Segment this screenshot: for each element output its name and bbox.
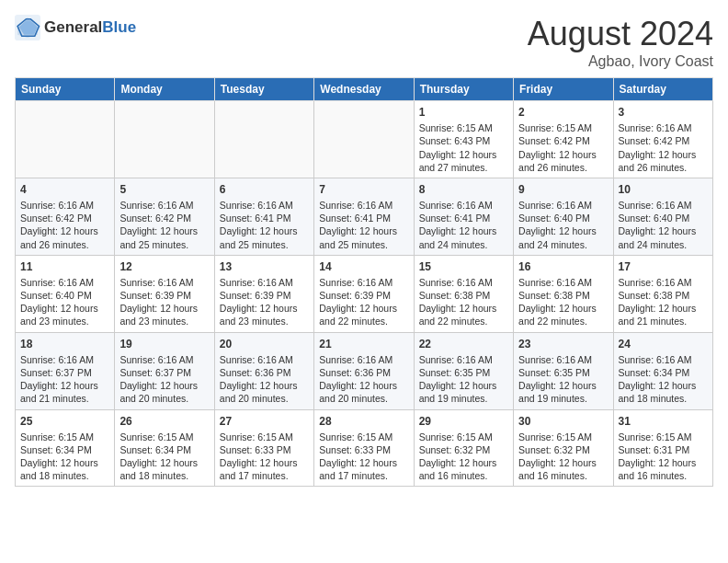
calendar-cell: 3Sunrise: 6:16 AM Sunset: 6:42 PM Daylig… [613,101,712,178]
day-info: Sunrise: 6:16 AM Sunset: 6:35 PM Dayligh… [518,353,608,406]
calendar-cell: 19Sunrise: 6:16 AM Sunset: 6:37 PM Dayli… [115,332,214,409]
calendar-cell: 4Sunrise: 6:16 AM Sunset: 6:42 PM Daylig… [16,178,115,255]
day-info: Sunrise: 6:16 AM Sunset: 6:34 PM Dayligh… [619,353,708,406]
calendar-cell: 16Sunrise: 6:16 AM Sunset: 6:38 PM Dayli… [514,255,613,332]
calendar-cell: 24Sunrise: 6:16 AM Sunset: 6:34 PM Dayli… [613,332,712,409]
day-info: Sunrise: 6:15 AM Sunset: 6:43 PM Dayligh… [419,121,508,174]
day-info: Sunrise: 6:16 AM Sunset: 6:37 PM Dayligh… [20,353,109,406]
day-info: Sunrise: 6:16 AM Sunset: 6:42 PM Dayligh… [20,199,109,251]
calendar-header-row: SundayMondayTuesdayWednesdayThursdayFrid… [16,78,713,101]
calendar-cell: 25Sunrise: 6:15 AM Sunset: 6:34 PM Dayli… [16,409,115,487]
calendar-cell: 8Sunrise: 6:16 AM Sunset: 6:41 PM Daylig… [414,178,513,255]
day-number: 15 [419,259,508,274]
day-number: 11 [20,259,109,274]
calendar-cell: 5Sunrise: 6:16 AM Sunset: 6:42 PM Daylig… [115,178,214,255]
day-number: 25 [20,414,109,429]
header-wednesday: Wednesday [314,78,414,101]
calendar-cell: 22Sunrise: 6:16 AM Sunset: 6:35 PM Dayli… [414,332,513,409]
calendar-subtitle: Agbao, Ivory Coast [528,53,713,70]
calendar-cell: 29Sunrise: 6:15 AM Sunset: 6:32 PM Dayli… [414,409,513,487]
day-number: 1 [419,105,508,120]
calendar-cell: 31Sunrise: 6:15 AM Sunset: 6:31 PM Dayli… [613,409,712,487]
page-header: GeneralBlue August 2024 Agbao, Ivory Coa… [15,15,713,70]
day-info: Sunrise: 6:15 AM Sunset: 6:32 PM Dayligh… [419,431,508,483]
calendar-week-row: 4Sunrise: 6:16 AM Sunset: 6:42 PM Daylig… [16,178,713,255]
calendar-cell: 10Sunrise: 6:16 AM Sunset: 6:40 PM Dayli… [613,178,712,255]
calendar-cell [16,101,115,178]
calendar-cell: 27Sunrise: 6:15 AM Sunset: 6:33 PM Dayli… [214,409,313,487]
day-info: Sunrise: 6:16 AM Sunset: 6:41 PM Dayligh… [220,199,309,251]
day-number: 14 [319,259,408,274]
day-info: Sunrise: 6:16 AM Sunset: 6:41 PM Dayligh… [319,199,408,251]
day-number: 24 [619,337,708,351]
day-info: Sunrise: 6:16 AM Sunset: 6:36 PM Dayligh… [319,353,408,406]
day-info: Sunrise: 6:16 AM Sunset: 6:42 PM Dayligh… [619,121,708,174]
day-number: 3 [619,105,708,120]
calendar-cell: 6Sunrise: 6:16 AM Sunset: 6:41 PM Daylig… [214,178,313,255]
calendar-cell: 7Sunrise: 6:16 AM Sunset: 6:41 PM Daylig… [314,178,414,255]
day-number: 22 [419,337,508,351]
logo-general: General [44,18,102,37]
header-tuesday: Tuesday [214,78,313,101]
calendar-cell: 11Sunrise: 6:16 AM Sunset: 6:40 PM Dayli… [16,255,115,332]
calendar-cell: 12Sunrise: 6:16 AM Sunset: 6:39 PM Dayli… [115,255,214,332]
day-info: Sunrise: 6:15 AM Sunset: 6:42 PM Dayligh… [518,121,608,174]
calendar-cell: 20Sunrise: 6:16 AM Sunset: 6:36 PM Dayli… [214,332,313,409]
calendar-cell: 1Sunrise: 6:15 AM Sunset: 6:43 PM Daylig… [414,101,513,178]
day-info: Sunrise: 6:16 AM Sunset: 6:40 PM Dayligh… [619,199,708,251]
day-info: Sunrise: 6:16 AM Sunset: 6:39 PM Dayligh… [319,276,408,328]
calendar-week-row: 1Sunrise: 6:15 AM Sunset: 6:43 PM Daylig… [16,101,713,178]
header-thursday: Thursday [414,78,513,101]
day-number: 29 [419,414,508,429]
calendar-cell: 15Sunrise: 6:16 AM Sunset: 6:38 PM Dayli… [414,255,513,332]
day-number: 13 [220,259,309,274]
logo-blue: Blue [102,18,136,37]
calendar-title-block: August 2024 Agbao, Ivory Coast [528,15,713,70]
day-info: Sunrise: 6:16 AM Sunset: 6:35 PM Dayligh… [419,353,508,406]
day-info: Sunrise: 6:15 AM Sunset: 6:34 PM Dayligh… [119,431,209,483]
day-number: 27 [220,414,309,429]
calendar-cell: 26Sunrise: 6:15 AM Sunset: 6:34 PM Dayli… [115,409,214,487]
calendar-cell: 13Sunrise: 6:16 AM Sunset: 6:39 PM Dayli… [214,255,313,332]
day-info: Sunrise: 6:15 AM Sunset: 6:34 PM Dayligh… [20,431,109,483]
calendar-cell: 28Sunrise: 6:15 AM Sunset: 6:33 PM Dayli… [314,409,414,487]
calendar-week-row: 11Sunrise: 6:16 AM Sunset: 6:40 PM Dayli… [16,255,713,332]
day-info: Sunrise: 6:16 AM Sunset: 6:38 PM Dayligh… [419,276,508,328]
day-info: Sunrise: 6:16 AM Sunset: 6:42 PM Dayligh… [119,199,209,251]
day-number: 19 [119,337,209,351]
calendar-cell: 21Sunrise: 6:16 AM Sunset: 6:36 PM Dayli… [314,332,414,409]
day-number: 9 [518,182,608,197]
day-number: 10 [619,182,708,197]
day-number: 4 [20,182,109,197]
calendar-week-row: 18Sunrise: 6:16 AM Sunset: 6:37 PM Dayli… [16,332,713,409]
day-number: 20 [220,337,309,351]
day-info: Sunrise: 6:16 AM Sunset: 6:36 PM Dayligh… [220,353,309,406]
day-info: Sunrise: 6:16 AM Sunset: 6:41 PM Dayligh… [419,199,508,251]
calendar-cell [314,101,414,178]
calendar-cell: 14Sunrise: 6:16 AM Sunset: 6:39 PM Dayli… [314,255,414,332]
calendar-title: August 2024 [528,15,713,53]
day-info: Sunrise: 6:16 AM Sunset: 6:40 PM Dayligh… [518,199,608,251]
calendar-cell [115,101,214,178]
day-info: Sunrise: 6:15 AM Sunset: 6:31 PM Dayligh… [619,431,708,483]
calendar-cell: 30Sunrise: 6:15 AM Sunset: 6:32 PM Dayli… [514,409,613,487]
day-info: Sunrise: 6:16 AM Sunset: 6:38 PM Dayligh… [518,276,608,328]
day-number: 12 [119,259,209,274]
calendar-cell: 18Sunrise: 6:16 AM Sunset: 6:37 PM Dayli… [16,332,115,409]
day-info: Sunrise: 6:16 AM Sunset: 6:39 PM Dayligh… [220,276,309,328]
day-number: 16 [518,259,608,274]
day-info: Sunrise: 6:16 AM Sunset: 6:37 PM Dayligh… [119,353,209,406]
day-number: 17 [619,259,708,274]
header-saturday: Saturday [613,78,712,101]
day-info: Sunrise: 6:16 AM Sunset: 6:38 PM Dayligh… [619,276,708,328]
day-number: 21 [319,337,408,351]
calendar-cell: 2Sunrise: 6:15 AM Sunset: 6:42 PM Daylig… [514,101,613,178]
header-friday: Friday [514,78,613,101]
day-info: Sunrise: 6:16 AM Sunset: 6:40 PM Dayligh… [20,276,109,328]
header-sunday: Sunday [16,78,115,101]
day-number: 31 [619,414,708,429]
header-monday: Monday [115,78,214,101]
day-info: Sunrise: 6:15 AM Sunset: 6:33 PM Dayligh… [220,431,309,483]
day-number: 28 [319,414,408,429]
day-number: 18 [20,337,109,351]
